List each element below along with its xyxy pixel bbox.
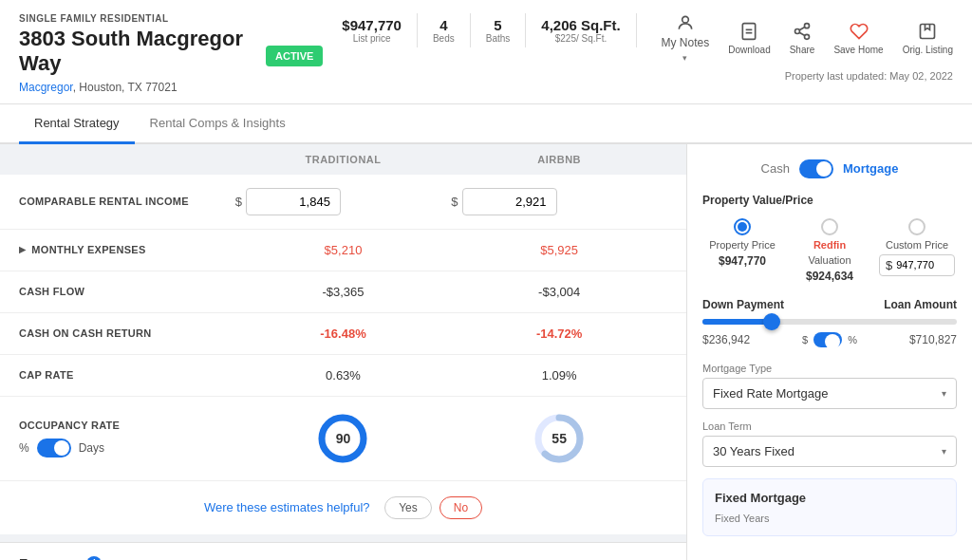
header-right: My Notes ▾ Download Share Save Home <box>662 13 953 85</box>
right-panel: Cash Mortgage Property Value/Price Prope… <box>687 144 972 560</box>
mortgage-type-label: Mortgage Type <box>702 363 957 374</box>
valuation-label: Valuation <box>808 254 850 266</box>
custom-price-input-wrapper: $ <box>879 254 955 276</box>
svg-point-0 <box>682 16 689 23</box>
property-location: Macgregor, Houston, TX 77021 <box>19 81 247 94</box>
days-label: Days <box>79 441 104 455</box>
occupancy-rate-label: OCCUPANCY RATE <box>19 420 235 431</box>
cash-mortgage-toggle: Cash Mortgage <box>702 159 957 178</box>
airbnb-rental-input[interactable] <box>462 188 557 215</box>
monthly-expenses-label[interactable]: MONTHLY EXPENSES <box>19 244 235 255</box>
occupancy-rate-row: OCCUPANCY RATE % Days 90 <box>0 397 686 481</box>
property-address: 3803 South Macgregor Way <box>19 27 247 77</box>
svg-line-8 <box>799 27 805 29</box>
tab-rental-comps[interactable]: Rental Comps & Insights <box>135 104 301 144</box>
fixed-years-label: Fixed Years <box>715 513 944 524</box>
occupancy-toggle[interactable] <box>37 439 71 457</box>
slider-track <box>702 319 957 325</box>
cap-rate-row: CAP RATE 0.63% 1.09% <box>0 355 686 397</box>
cash-flow-label: CASH FLOW <box>19 286 235 297</box>
property-price-value: $947,770 <box>719 254 766 268</box>
baths-stat: 5 Baths <box>471 13 527 47</box>
comparable-rental-income-row: COMPARABLE RENTAL INCOME $ $ <box>0 175 686 230</box>
helpful-row: Were these estimates helpful? Yes No <box>0 481 686 534</box>
dp-dollar-percent-toggle[interactable] <box>813 332 842 347</box>
orig-listing-button[interactable]: Orig. Listing <box>903 22 953 55</box>
airbnb-cocr-value: -14.72% <box>451 327 667 341</box>
property-info: SINGLE FAMILY RESIDENTIAL 3803 South Mac… <box>19 13 247 94</box>
traditional-occupancy-value: 90 <box>336 431 351 446</box>
airbnb-rental-cell: $ <box>451 188 667 215</box>
tab-rental-strategy[interactable]: Rental Strategy <box>19 104 135 144</box>
header-actions: My Notes ▾ Download Share Save Home <box>662 13 953 63</box>
mortgage-type-select[interactable]: Fixed Rate Mortgage ▾ <box>702 378 957 409</box>
col-airbnb-header: AIRBNB <box>451 154 667 165</box>
custom-price-radio[interactable] <box>908 218 925 235</box>
dp-toggle-group: $ % <box>802 332 857 347</box>
tabs-bar: Rental Strategy Rental Comps & Insights <box>0 104 972 144</box>
svg-point-4 <box>805 23 810 28</box>
down-payment-slider-container <box>702 319 957 325</box>
traditional-expenses-value: $5,210 <box>235 243 452 257</box>
cocr-row: CASH ON CASH RETURN -16.48% -14.72% <box>0 313 686 355</box>
slider-fill <box>702 319 766 325</box>
slider-thumb[interactable] <box>763 313 780 330</box>
property-price-radio[interactable] <box>734 218 751 235</box>
down-payment-label: Down Payment <box>702 298 784 311</box>
fixed-mortgage-title: Fixed Mortgage <box>715 491 944 505</box>
custom-price-label: Custom Price <box>886 239 948 251</box>
airbnb-occupancy-chart: 55 <box>531 410 588 467</box>
airbnb-expenses-value: $5,925 <box>451 243 667 257</box>
dollar-toggle-label: $ <box>802 334 808 345</box>
fixed-mortgage-section: Fixed Mortgage Fixed Years <box>702 478 957 536</box>
cash-label: Cash <box>761 161 790 176</box>
helpful-no-button[interactable]: No <box>439 496 482 519</box>
comparable-rental-income-label: COMPARABLE RENTAL INCOME <box>19 196 235 207</box>
traditional-rental-cell: $ <box>235 188 452 215</box>
loan-term-select[interactable]: 30 Years Fixed ▾ <box>702 436 957 467</box>
expenses-info-icon[interactable]: i <box>86 556 102 560</box>
percent-label: % <box>19 441 29 455</box>
location-link[interactable]: Macgregor <box>19 81 73 94</box>
airbnb-cashflow-value: -$3,004 <box>451 285 667 299</box>
traditional-rental-input[interactable] <box>246 188 341 215</box>
loan-term-arrow-icon: ▾ <box>942 446 946 457</box>
col-traditional-header: TRADITIONAL <box>235 154 452 165</box>
dollar-sign-2: $ <box>451 195 458 209</box>
my-notes-button[interactable]: My Notes ▾ <box>662 13 710 63</box>
airbnb-occupancy-value: 55 <box>551 431 567 446</box>
occupancy-rate-section: OCCUPANCY RATE % Days <box>19 420 235 457</box>
cash-flow-row: CASH FLOW -$3,365 -$3,004 <box>0 271 686 313</box>
mortgage-label: Mortgage <box>843 161 899 176</box>
property-stats: $947,770 List price 4 Beds 5 Baths 4,206… <box>342 13 642 47</box>
cap-rate-label: CAP RATE <box>19 369 235 381</box>
custom-price-field[interactable] <box>896 259 951 271</box>
property-price-option: Property Price $947,770 <box>702 218 782 268</box>
share-button[interactable]: Share <box>790 22 815 55</box>
property-type: SINGLE FAMILY RESIDENTIAL <box>19 13 247 24</box>
helpful-question: Were these estimates helpful? <box>204 500 370 514</box>
last-updated: Property last updated: May 02, 2022 <box>785 70 953 85</box>
redfin-logo: Redfin <box>813 239 846 251</box>
down-payment-header: Down Payment Loan Amount <box>702 298 957 311</box>
redfin-radio[interactable] <box>821 218 838 235</box>
property-price-label: Property Price <box>709 239 776 251</box>
list-price-stat: $947,770 List price <box>342 13 418 47</box>
property-header: SINGLE FAMILY RESIDENTIAL 3803 South Mac… <box>0 0 972 104</box>
status-badge: ACTIVE <box>266 46 323 66</box>
svg-line-7 <box>799 32 805 35</box>
beds-stat: 4 Beds <box>418 13 471 47</box>
download-button[interactable]: Download <box>728 22 770 55</box>
cash-mortgage-switch[interactable] <box>799 159 833 178</box>
loan-amount-label: Loan Amount <box>884 298 957 311</box>
svg-point-6 <box>805 34 810 39</box>
loan-term-value: 30 Years Fixed <box>713 444 794 458</box>
monthly-expenses-row: MONTHLY EXPENSES $5,210 $5,925 <box>0 230 686 271</box>
section-divider <box>0 534 686 542</box>
helpful-yes-button[interactable]: Yes <box>384 496 432 519</box>
loan-term-section: Loan Term 30 Years Fixed ▾ <box>702 420 957 467</box>
property-value-title: Property Value/Price <box>702 194 957 207</box>
save-home-button[interactable]: Save Home <box>833 22 883 55</box>
loan-amount-value: $710,827 <box>909 333 957 346</box>
main-content: TRADITIONAL AIRBNB COMPARABLE RENTAL INC… <box>0 144 972 560</box>
